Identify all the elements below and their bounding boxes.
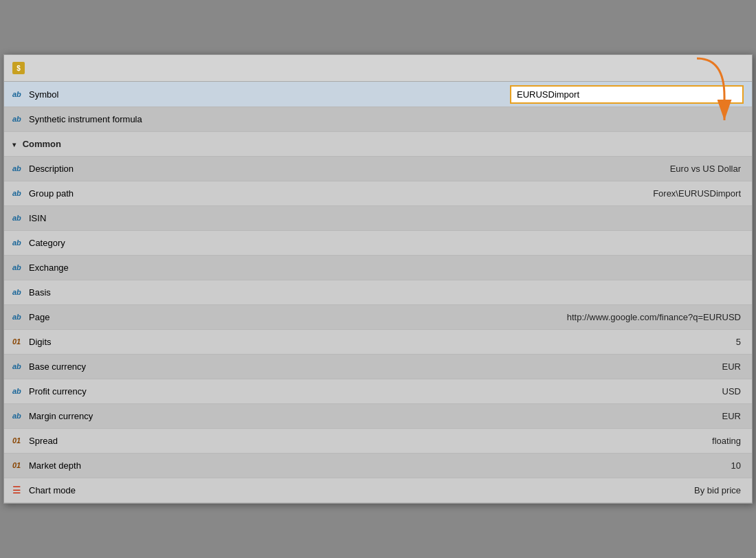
property-value <box>378 205 752 230</box>
property-label-cell: ab Synthetic instrument formula <box>4 107 378 131</box>
type-badge-ab: ab <box>12 362 25 370</box>
table-row: ab Group path Forex\EURUSDimport <box>4 181 752 205</box>
type-badge-ab: ab <box>12 288 25 296</box>
type-badge-num: 01 <box>12 337 25 346</box>
property-value: 5 <box>378 329 752 354</box>
table-row: ab Profit currency USD <box>4 379 752 403</box>
table-row: ▾ Common <box>4 131 752 156</box>
table-row: ab Margin currency EUR <box>4 403 752 428</box>
table-row: ab ISIN <box>4 205 752 230</box>
property-label-cell: 01 Digits <box>4 329 378 354</box>
property-value: USD <box>378 379 752 403</box>
type-badge-chart: ☰ <box>12 484 25 495</box>
type-badge-ab: ab <box>12 214 25 222</box>
type-badge-ab: ab <box>12 313 25 321</box>
property-value: EUR <box>378 354 752 379</box>
property-label-cell: ab ISIN <box>4 205 378 230</box>
property-label: Profit currency <box>29 386 87 397</box>
table-row: 01 Digits 5 <box>4 329 752 354</box>
property-label-cell: ☰ Chart mode <box>4 478 378 502</box>
table-row: ab Base currency EUR <box>4 354 752 379</box>
property-label: Group path <box>29 188 74 199</box>
table-row[interactable]: ab Symbol <box>4 82 752 107</box>
property-label-cell: ab Category <box>4 230 378 255</box>
property-value <box>378 107 752 131</box>
property-label-cell: ab Basis <box>4 280 378 304</box>
property-label: Page <box>29 312 49 322</box>
property-value: Euro vs US Dollar <box>378 156 752 181</box>
property-value: EUR <box>378 403 752 428</box>
custom-symbol-dialog: $ ab Symbol ab Synthet <box>3 54 753 504</box>
property-label: Exchange <box>29 263 69 273</box>
type-badge-ab: ab <box>12 238 25 247</box>
type-badge-ab: ab <box>12 387 25 395</box>
property-label-cell: 01 Spread <box>4 428 378 453</box>
properties-table: ab Symbol ab Synthetic instrument formul… <box>4 82 752 503</box>
property-label: Base currency <box>29 361 86 372</box>
property-label-cell: ab Profit currency <box>4 379 378 403</box>
dialog-icon: $ <box>12 62 25 74</box>
property-label: Chart mode <box>29 485 76 495</box>
property-label: Margin currency <box>29 411 93 421</box>
content-area: ab Symbol ab Synthetic instrument formul… <box>4 82 752 503</box>
property-label: Category <box>29 238 65 248</box>
symbol-input-cell[interactable] <box>378 82 752 107</box>
property-label-cell: ab Page <box>4 304 378 329</box>
table-row: ab Page http://www.google.com/finance?q=… <box>4 304 752 329</box>
symbol-input[interactable] <box>510 85 744 104</box>
property-value: http://www.google.com/finance?q=EURUSD <box>378 304 752 329</box>
property-label: Description <box>29 164 74 174</box>
type-badge-ab: ab <box>12 263 25 271</box>
property-label-cell: ab Symbol <box>4 82 378 107</box>
property-label-cell: ab Margin currency <box>4 403 378 428</box>
table-row: ab Synthetic instrument formula <box>4 107 752 131</box>
close-button[interactable] <box>738 67 744 69</box>
property-label: Symbol <box>29 89 58 100</box>
type-badge-ab: ab <box>12 115 25 123</box>
table-row: ab Category <box>4 230 752 255</box>
property-label: Basis <box>29 287 51 298</box>
property-label: Synthetic instrument formula <box>29 114 142 124</box>
property-label: Market depth <box>29 460 81 471</box>
section-chevron: ▾ <box>12 141 16 148</box>
property-label-cell: 01 Market depth <box>4 453 378 478</box>
title-bar: $ <box>4 55 752 82</box>
type-badge-num: 01 <box>12 461 25 469</box>
property-label: ISIN <box>29 213 46 223</box>
table-row: ab Description Euro vs US Dollar <box>4 156 752 181</box>
property-value <box>378 255 752 280</box>
help-button[interactable] <box>722 67 727 69</box>
property-value: Forex\EURUSDimport <box>378 181 752 205</box>
property-label: Spread <box>29 436 58 446</box>
property-label: Digits <box>29 337 52 347</box>
table-row: ab Exchange <box>4 255 752 280</box>
type-badge-ab: ab <box>12 412 25 420</box>
property-value <box>378 230 752 255</box>
table-row: 01 Spread floating <box>4 428 752 453</box>
property-value: By bid price <box>378 478 752 502</box>
type-badge-ab: ab <box>12 90 25 98</box>
table-row: ☰ Chart mode By bid price <box>4 478 752 502</box>
property-value: floating <box>378 428 752 453</box>
property-label-cell: ab Group path <box>4 181 378 205</box>
type-badge-num: 01 <box>12 436 25 445</box>
table-row: 01 Market depth 10 <box>4 453 752 478</box>
property-label-cell: ab Description <box>4 156 378 181</box>
property-label-cell: ab Exchange <box>4 255 378 280</box>
type-badge-ab: ab <box>12 164 25 172</box>
section-label: Common <box>23 139 61 149</box>
table-row: ab Basis <box>4 280 752 304</box>
property-value <box>378 280 752 304</box>
property-label-cell: ab Base currency <box>4 354 378 379</box>
type-badge-ab: ab <box>12 189 25 197</box>
property-value: 10 <box>378 453 752 478</box>
